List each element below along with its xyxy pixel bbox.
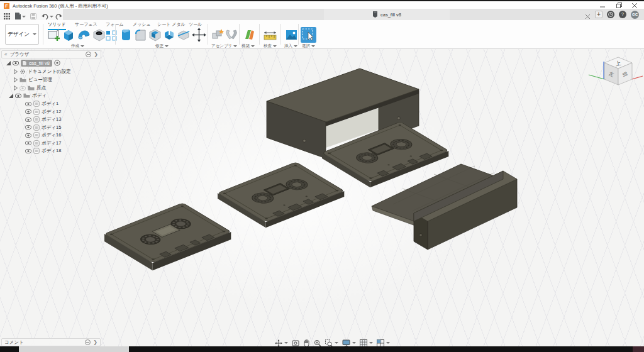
extrude-icon[interactable] [62,28,76,45]
visibility-eye-icon[interactable] [25,141,31,145]
browser-body-row[interactable]: ボディ18 [25,147,61,155]
expanded-arrow-icon[interactable] [6,61,11,65]
expanded-arrow-icon[interactable] [9,94,13,98]
visibility-eye-icon[interactable] [25,149,31,153]
new-tab-button[interactable]: + [595,11,602,18]
look-at-icon[interactable] [292,339,299,346]
selected-root-chip[interactable]: cas_fill v8 [21,60,52,67]
combine-icon[interactable] [162,28,177,45]
new-component-icon[interactable] [211,28,225,45]
visibility-eye-icon[interactable] [15,94,21,98]
browser-body-row[interactable]: ボディ13 [25,116,61,123]
browser-body-row[interactable]: ボディ1 [25,100,58,107]
viewports-icon[interactable] [377,339,390,347]
activate-radio-icon[interactable] [54,60,60,66]
cassette-center-body[interactable] [218,162,344,228]
visibility-eye-icon[interactable] [25,118,31,122]
gear-icon [19,69,26,75]
visibility-eye-icon[interactable] [25,109,31,114]
panel-resize-handle-icon[interactable]: ❯ [94,52,98,57]
job-status-icon[interactable] [607,11,614,18]
viewport-canvas[interactable]: 上 左 前 « ブラウザ ❯ cas_fill v8 ドキュメントの設定 ビュー… [0,49,644,346]
body-icon [33,101,40,107]
insert-group-label[interactable]: 挿入 [284,43,297,49]
body-icon [33,116,40,123]
orbit-icon[interactable] [275,339,288,347]
fillet-icon[interactable] [133,28,148,45]
document-tab[interactable]: cas_fill v8 [324,9,450,20]
browser-root-row[interactable]: cas_fill v8 [6,59,60,67]
visibility-eye-icon[interactable] [25,102,31,106]
help-icon[interactable]: ? [619,11,626,18]
browser-body-row[interactable]: ボディ12 [25,108,61,116]
bottom-bar-right-segment [633,346,644,352]
inspect-group-label[interactable]: 検査 [264,43,277,49]
comments-label: コメント [4,339,82,346]
grid-settings-icon[interactable] [360,339,373,347]
insert-image-icon[interactable] [284,28,299,45]
bottom-bar [0,346,644,352]
move-icon[interactable] [192,28,206,45]
cassette-left-body[interactable] [104,203,231,271]
panel-resize-handle-icon[interactable]: ❯ [93,340,97,345]
user-avatar[interactable]: GC [631,11,639,19]
browser-item-bodies-folder[interactable]: ボディ [9,92,47,99]
document-tab-label: cas_fill v8 [380,12,401,18]
comments-panel[interactable]: コメント ❯ [1,338,101,346]
visibility-eye-icon[interactable] [25,133,31,138]
collapsed-arrow-icon[interactable] [14,69,18,74]
zoom-icon[interactable] [314,339,321,347]
press-pull-icon[interactable] [119,28,133,45]
zoom-window-icon[interactable] [325,339,338,347]
hole-icon[interactable] [92,28,106,45]
view-cube[interactable]: 上 左 前 [589,57,643,85]
browser-panel-header[interactable]: « ブラウザ ❯ [1,50,101,58]
joint-icon[interactable] [225,28,238,45]
browser-body-row[interactable]: ボディ15 [25,124,61,131]
timeline-strip[interactable] [19,346,129,352]
measure-icon[interactable] [263,28,277,45]
body-icon [33,148,40,154]
browser-item-origin[interactable]: 原点 [14,84,46,92]
browser-body-row[interactable]: ボディ16 [25,131,61,139]
construct-group-label[interactable]: 構築 [242,43,255,49]
assembly-group-label[interactable]: アセンブリ [211,43,237,49]
body-icon [33,132,40,138]
construction-plane-icon[interactable] [242,28,257,45]
browser-body-row[interactable]: ボディ17 [25,140,61,147]
display-settings-icon[interactable] [342,339,356,347]
shell-icon[interactable] [148,28,162,45]
minimize-panel-icon[interactable] [85,339,91,345]
browser-item-view-management[interactable]: ビュー管理 [14,76,52,84]
folder-icon [19,77,26,82]
document-icon [372,11,378,18]
visibility-eye-icon[interactable] [25,125,31,129]
pattern-icon[interactable] [105,28,118,45]
document-tab-strip: cas_fill v8 [63,9,644,20]
create-sketch-icon[interactable] [47,28,61,45]
split-body-icon[interactable] [177,28,191,45]
modify-group-label[interactable]: 修正 [155,43,169,49]
visibility-eye-icon[interactable] [13,61,19,65]
sweep-icon[interactable] [77,28,91,45]
select-tool-button[interactable] [301,27,316,43]
collapsed-arrow-icon[interactable] [14,85,18,91]
workspace-design-menu[interactable]: デザイン [5,24,39,45]
model-scene: 上 左 前 [0,49,644,346]
collapse-panel-icon[interactable]: « [4,52,7,57]
create-group-label[interactable]: 作成 [71,43,84,49]
ribbon-toolbar: デザイン ソリッド サーフェス フォーム メッシュ シート メタル ツール 作成 [0,20,644,49]
body-icon [33,109,40,115]
browser-item-document-settings[interactable]: ドキュメントの設定 [14,68,71,75]
browser-panel-title: ブラウザ [9,52,83,58]
app-bar: cas_fill v8 + ? GC [0,9,644,20]
folder-icon [23,93,30,98]
collapsed-arrow-icon[interactable] [14,77,18,82]
design-menu-label: デザイン [8,31,30,38]
select-group-label[interactable]: 選択 [302,43,315,49]
visibility-eye-off-icon[interactable] [19,86,26,91]
minimize-panel-icon[interactable] [86,52,91,57]
pan-hand-icon[interactable] [303,339,310,347]
body-icon [33,140,40,146]
fusion-logo-icon: F [4,3,9,9]
